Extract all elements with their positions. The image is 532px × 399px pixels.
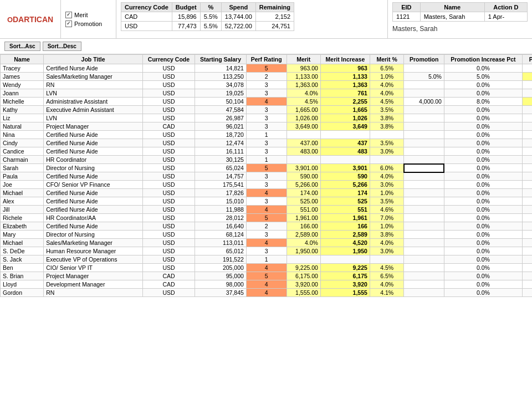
table-cell[interactable]: 2: [246, 73, 287, 81]
table-cell[interactable]: 2: [246, 222, 287, 231]
table-cell[interactable]: Human Resource Manager: [44, 247, 143, 255]
table-cell[interactable]: S. Brian: [1, 272, 44, 280]
table-cell[interactable]: [404, 272, 444, 280]
table-cell[interactable]: [404, 147, 444, 156]
table-cell[interactable]: Natural: [1, 122, 44, 131]
table-cell[interactable]: 1,961.00: [287, 214, 320, 222]
table-cell[interactable]: 6.0%: [370, 164, 403, 172]
table-cell[interactable]: USD: [142, 81, 195, 89]
table-cell[interactable]: 3: [246, 172, 287, 181]
table-cell[interactable]: .00: [523, 147, 532, 156]
table-cell[interactable]: .00: [523, 264, 532, 272]
table-cell[interactable]: [404, 264, 444, 272]
sort-desc-button[interactable]: Sort...Desc: [43, 42, 81, 51]
table-cell[interactable]: [320, 255, 370, 264]
table-cell[interactable]: 2,589: [320, 231, 370, 239]
table-cell[interactable]: 30,125: [195, 156, 247, 164]
table-cell[interactable]: LVN: [44, 89, 143, 98]
table-row[interactable]: S. BrianProject ManagerCAD95,00056,175.0…: [1, 272, 533, 280]
table-cell[interactable]: 963.00: [287, 64, 320, 73]
table-cell[interactable]: .00: [523, 239, 532, 247]
table-cell[interactable]: USD: [142, 239, 195, 247]
table-cell[interactable]: 1,133: [320, 73, 370, 81]
table-cell[interactable]: [404, 231, 444, 239]
table-cell[interactable]: 47,584: [195, 106, 247, 114]
merit-checkbox[interactable]: [65, 12, 72, 18]
table-cell[interactable]: 14,821: [195, 64, 247, 73]
table-cell[interactable]: 0.0%: [444, 247, 522, 255]
table-cell[interactable]: 0.0%: [444, 206, 522, 214]
table-row[interactable]: MaryDirector of NursingUSD68,12432,589.0…: [1, 231, 533, 239]
promotion-checkbox[interactable]: [65, 21, 72, 27]
table-cell[interactable]: 0.0%: [444, 122, 522, 131]
table-cell[interactable]: 4: [246, 189, 287, 197]
table-cell[interactable]: Certified Nurse Aide: [44, 147, 143, 156]
table-cell[interactable]: 3,901: [320, 164, 370, 172]
table-row[interactable]: NinaCertified Nurse AideUSD18,72010.0%.0…: [1, 131, 533, 139]
table-cell[interactable]: [404, 181, 444, 189]
table-row[interactable]: JoeCFO/ Senior VP FinanceUSD175,54135,26…: [1, 181, 533, 189]
table-cell[interactable]: .00: [523, 156, 532, 164]
table-cell[interactable]: USD: [142, 164, 195, 172]
table-cell[interactable]: USD: [142, 156, 195, 164]
table-cell[interactable]: [370, 156, 403, 164]
table-cell[interactable]: [404, 197, 444, 206]
table-cell[interactable]: 4.0%: [370, 280, 403, 289]
sort-asc-button[interactable]: Sort...Asc: [4, 42, 40, 51]
table-cell[interactable]: 14,757: [195, 172, 247, 181]
table-cell[interactable]: .00: [523, 122, 532, 131]
table-cell[interactable]: [287, 156, 320, 164]
table-cell[interactable]: Wendy: [1, 81, 44, 89]
table-cell[interactable]: [404, 289, 444, 297]
table-cell[interactable]: CFO/ Senior VP Finance: [44, 181, 143, 189]
table-row[interactable]: GordonRNUSD37,84541,555.001,5554.1%0.0%.…: [1, 289, 533, 297]
table-cell[interactable]: .00: [523, 189, 532, 197]
table-cell[interactable]: 4.0%: [370, 89, 403, 98]
table-row[interactable]: JillCertified Nurse AideUSD11,9884551.00…: [1, 206, 533, 214]
table-cell[interactable]: 4.0%: [287, 89, 320, 98]
table-cell[interactable]: James: [1, 73, 44, 81]
table-row[interactable]: NaturalProject ManagerCAD96,02133,649.00…: [1, 122, 533, 131]
table-cell[interactable]: 65,012: [195, 247, 247, 255]
table-cell[interactable]: .00: [523, 214, 532, 222]
table-cell[interactable]: 4.0%: [370, 172, 403, 181]
table-cell[interactable]: Tracey: [1, 64, 44, 73]
table-cell[interactable]: 1: [246, 255, 287, 264]
table-row[interactable]: CandiceCertified Nurse AideUSD16,1113483…: [1, 147, 533, 156]
table-cell[interactable]: 0.0%: [444, 189, 522, 197]
table-cell[interactable]: 5.0%: [404, 73, 444, 81]
table-cell[interactable]: 4.5%: [370, 264, 403, 272]
promotion-checkbox-row[interactable]: Promotion: [65, 21, 111, 27]
table-cell[interactable]: 98,000: [195, 280, 247, 289]
table-cell[interactable]: .00: [523, 222, 532, 231]
table-cell[interactable]: .00: [523, 272, 532, 280]
table-cell[interactable]: 174: [320, 189, 370, 197]
table-cell[interactable]: Certified Nurse Aide: [44, 222, 143, 231]
table-cell[interactable]: Certified Nurse Aide: [44, 131, 143, 139]
table-cell[interactable]: 5,266.00: [287, 181, 320, 189]
table-cell[interactable]: [404, 214, 444, 222]
table-cell[interactable]: Jill: [1, 206, 44, 214]
table-cell[interactable]: S. DeDe: [1, 247, 44, 255]
table-cell[interactable]: .00: [523, 231, 532, 239]
table-cell[interactable]: .00: [523, 81, 532, 89]
table-cell[interactable]: USD: [142, 98, 195, 106]
table-cell[interactable]: 166.00: [287, 222, 320, 231]
table-cell[interactable]: USD: [142, 181, 195, 189]
table-cell[interactable]: [404, 89, 444, 98]
table-cell[interactable]: 483.00: [287, 147, 320, 156]
table-cell[interactable]: 175,541: [195, 181, 247, 189]
table-row[interactable]: BenCIO/ Senior VP ITUSD205,00049,225.009…: [1, 264, 533, 272]
table-cell[interactable]: [404, 172, 444, 181]
data-table-wrapper[interactable]: Name Job Title Currency Code Starting Sa…: [0, 54, 532, 399]
table-cell[interactable]: USD: [142, 139, 195, 147]
table-cell[interactable]: 551.00: [287, 206, 320, 214]
table-cell[interactable]: 5: [246, 272, 287, 280]
table-cell[interactable]: .00: [523, 64, 532, 73]
table-row[interactable]: MichaelCertified Nurse AideUSD17,8264174…: [1, 189, 533, 197]
table-cell[interactable]: 3: [246, 89, 287, 98]
table-cell[interactable]: Mary: [1, 231, 44, 239]
table-cell[interactable]: 0.0%: [444, 222, 522, 231]
table-cell[interactable]: 3,920: [320, 280, 370, 289]
table-cell[interactable]: Administrative Assistant: [44, 98, 143, 106]
